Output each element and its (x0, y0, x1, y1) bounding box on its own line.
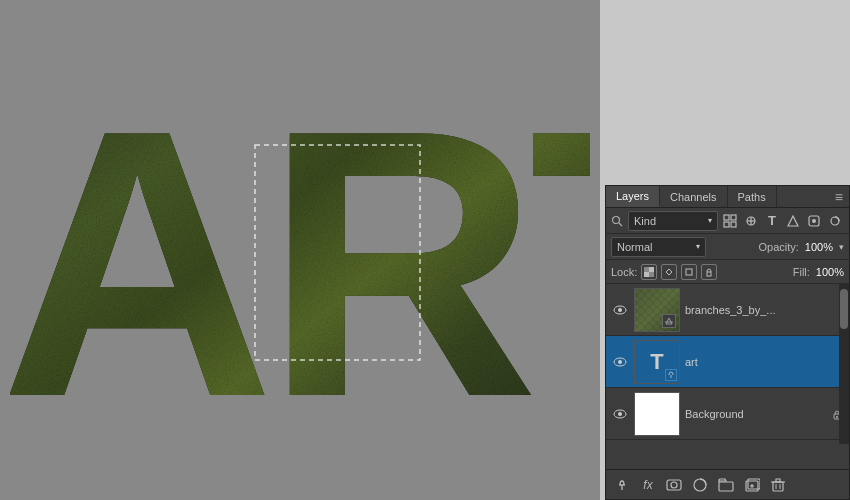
layer-thumb-branches (634, 288, 680, 332)
layer-thumb-background (634, 392, 680, 436)
layer-thumb-art: T (634, 340, 680, 384)
blend-arrow: ▾ (696, 242, 700, 251)
text-layer-icon: T (650, 349, 663, 375)
layer-item-art[interactable]: T art (606, 336, 849, 388)
link-layers-button[interactable] (611, 474, 633, 496)
fill-value[interactable]: 100% (816, 266, 844, 278)
svg-rect-17 (644, 267, 649, 272)
tab-channels[interactable]: Channels (660, 186, 727, 207)
svg-rect-8 (731, 215, 736, 220)
layer-name-background: Background (685, 408, 830, 420)
svg-rect-21 (686, 269, 692, 275)
svg-point-5 (613, 216, 620, 223)
svg-point-15 (812, 219, 816, 223)
new-layer-button[interactable] (741, 474, 763, 496)
new-group-button[interactable] (715, 474, 737, 496)
svg-rect-42 (773, 482, 783, 491)
filter-smart-icon[interactable] (805, 212, 823, 230)
kind-toolbar: Kind ▾ T (606, 208, 849, 234)
opacity-arrow: ▾ (839, 242, 844, 252)
layer-name-art: art (685, 356, 844, 368)
svg-point-35 (671, 482, 677, 488)
add-mask-button[interactable] (663, 474, 685, 496)
search-icon (611, 215, 623, 227)
layers-scrollbar[interactable] (839, 284, 849, 444)
kind-dropdown[interactable]: Kind ▾ (628, 211, 718, 231)
filter-shape-icon[interactable] (784, 212, 802, 230)
fill-label: Fill: (793, 266, 810, 278)
svg-rect-18 (649, 272, 654, 277)
opacity-label: Opacity: (759, 241, 799, 253)
svg-rect-37 (719, 482, 733, 491)
svg-rect-20 (644, 272, 649, 277)
lock-artboard-icon[interactable] (681, 264, 697, 280)
svg-rect-7 (724, 215, 729, 220)
svg-rect-3 (10, 5, 590, 475)
layers-list: branches_3_by_... T art (606, 284, 849, 444)
opacity-value[interactable]: 100% (805, 241, 833, 253)
layers-panel: Layers Channels Paths ≡ Kind ▾ (605, 185, 850, 500)
lock-all-icon[interactable] (701, 264, 717, 280)
filter-adjustment-icon[interactable] (742, 212, 760, 230)
lock-label: Lock: (611, 266, 637, 278)
blend-mode-dropdown[interactable]: Normal ▾ (611, 237, 706, 257)
filter-color-icon[interactable] (826, 212, 844, 230)
blend-mode-row: Normal ▾ Opacity: 100% ▾ (606, 234, 849, 260)
canvas-area: ART ART (0, 0, 600, 500)
svg-line-6 (619, 223, 622, 226)
tab-layers[interactable]: Layers (606, 186, 660, 207)
lock-position-icon[interactable] (661, 264, 677, 280)
scrollbar-thumb[interactable] (840, 289, 848, 329)
layer-eye-background[interactable] (611, 405, 629, 423)
tab-paths[interactable]: Paths (728, 186, 777, 207)
new-fill-layer-button[interactable] (689, 474, 711, 496)
svg-point-24 (618, 308, 622, 312)
svg-point-29 (618, 412, 622, 416)
delete-layer-button[interactable] (767, 474, 789, 496)
kind-dropdown-arrow: ▾ (708, 216, 712, 225)
svg-rect-10 (731, 222, 736, 227)
svg-rect-9 (724, 222, 729, 227)
panel-menu-icon[interactable]: ≡ (829, 187, 849, 207)
svg-point-26 (618, 360, 622, 364)
layer-item-background[interactable]: Background (606, 388, 849, 440)
layer-effects-button[interactable]: fx (637, 474, 659, 496)
layer-name-branches: branches_3_by_... (685, 304, 844, 316)
lock-checkered-icon[interactable] (641, 264, 657, 280)
tab-bar: Layers Channels Paths ≡ (606, 186, 849, 208)
art-text-svg: ART ART (10, 5, 590, 475)
layer-item-branches[interactable]: branches_3_by_... (606, 284, 849, 336)
svg-point-31 (836, 416, 838, 418)
svg-rect-22 (707, 272, 711, 276)
layer-eye-art[interactable] (611, 353, 629, 371)
filter-type-icon[interactable]: T (763, 212, 781, 230)
layer-eye-branches[interactable] (611, 301, 629, 319)
bottom-toolbar: fx (606, 469, 849, 499)
lock-row: Lock: Fill: 100% (606, 260, 849, 284)
svg-rect-19 (649, 267, 654, 272)
filter-pixel-icon[interactable] (721, 212, 739, 230)
